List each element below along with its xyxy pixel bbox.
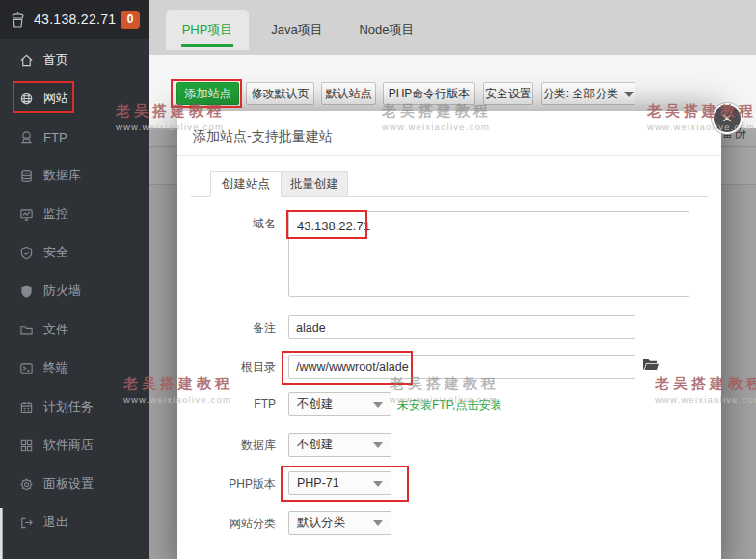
sidebar-item-files[interactable]: 文件 bbox=[0, 310, 149, 349]
screen: 43.138.22.71 0 首页 网站 FTP 数据库 监控 bbox=[0, 0, 756, 559]
site-category-label: 网站分类 bbox=[195, 516, 276, 532]
database-label: 数据库 bbox=[195, 438, 276, 454]
note-label: 备注 bbox=[195, 320, 276, 336]
popup-edge-fragment bbox=[0, 508, 3, 559]
chevron-down-icon bbox=[373, 442, 383, 448]
php-cli-version-button[interactable]: PHP命令行版本 bbox=[383, 82, 475, 105]
calendar-icon bbox=[19, 400, 34, 414]
gear-icon bbox=[19, 477, 34, 492]
sidebar-item-logout[interactable]: 退出 bbox=[0, 503, 149, 542]
php-version-select[interactable]: PHP-71 bbox=[288, 471, 392, 495]
chevron-down-icon bbox=[373, 520, 383, 526]
tab-create-site[interactable]: 创建站点 bbox=[210, 171, 282, 197]
folder-open-icon[interactable] bbox=[642, 358, 660, 372]
domain-label: 域名 bbox=[195, 216, 276, 232]
category-filter-dropdown[interactable]: 分类: 全部分类 bbox=[541, 82, 635, 105]
chevron-down-icon bbox=[373, 402, 383, 408]
tab-php-project[interactable]: PHP项目 bbox=[166, 10, 249, 50]
ftp-label: FTP bbox=[195, 397, 276, 411]
sidebar-item-firewall[interactable]: 防火墙 bbox=[0, 272, 149, 310]
monitor-icon bbox=[19, 207, 34, 222]
logout-icon bbox=[19, 516, 34, 530]
default-site-button[interactable]: 默认站点 bbox=[321, 82, 376, 105]
root-dir-input[interactable] bbox=[288, 355, 635, 379]
appstore-grid-icon bbox=[19, 439, 34, 453]
add-site-modal: 添加站点-支持批量建站 创建站点 批量创建 域名 43.138.22.71 备注… bbox=[177, 111, 721, 559]
sidebar-item-terminal[interactable]: 终端 bbox=[0, 349, 149, 387]
domain-input[interactable]: 43.138.22.71 bbox=[288, 211, 689, 297]
tab-batch-create[interactable]: 批量创建 bbox=[281, 171, 348, 197]
modal-close-button[interactable]: × bbox=[712, 103, 742, 134]
chevron-down-icon bbox=[373, 481, 383, 487]
security-settings-button[interactable]: 安全设置 bbox=[483, 82, 533, 105]
modify-default-page-button[interactable]: 修改默认页 bbox=[246, 82, 314, 105]
shield-check-icon bbox=[19, 246, 34, 260]
site-category-select[interactable]: 默认分类 bbox=[288, 511, 392, 535]
sidebar-item-website[interactable]: 网站 bbox=[0, 79, 149, 118]
add-site-button[interactable]: 添加站点 bbox=[176, 82, 239, 105]
globe-icon bbox=[19, 92, 34, 106]
terminal-icon bbox=[19, 361, 34, 376]
modal-title: 添加站点-支持批量建站 bbox=[193, 128, 333, 146]
sidebar: 43.138.22.71 0 首页 网站 FTP 数据库 监控 bbox=[0, 0, 149, 559]
bt-panel-logo-icon bbox=[10, 11, 26, 29]
sidebar-item-appstore[interactable]: 软件商店 bbox=[0, 426, 149, 465]
message-count-badge[interactable]: 0 bbox=[121, 11, 140, 29]
install-ftp-link[interactable]: 未安装FTP,点击安装 bbox=[397, 397, 501, 413]
sidebar-item-settings[interactable]: 面板设置 bbox=[0, 465, 149, 503]
sidebar-item-database[interactable]: 数据库 bbox=[0, 156, 149, 195]
database-select[interactable]: 不创建 bbox=[288, 433, 392, 457]
database-icon bbox=[19, 169, 34, 183]
note-input[interactable] bbox=[288, 315, 635, 339]
sidebar-item-monitor[interactable]: 监控 bbox=[0, 195, 149, 233]
close-icon: × bbox=[722, 109, 732, 127]
ftp-select[interactable]: 不创建 bbox=[288, 392, 392, 416]
root-dir-label: 根目录 bbox=[195, 359, 276, 376]
active-tab-underline bbox=[181, 44, 233, 47]
sidebar-item-ftp[interactable]: FTP bbox=[0, 118, 149, 156]
sidebar-nav: 首页 网站 FTP 数据库 监控 安全 bbox=[0, 40, 149, 542]
folder-icon bbox=[19, 323, 34, 337]
sidebar-item-security[interactable]: 安全 bbox=[0, 233, 149, 272]
chevron-down-icon bbox=[624, 92, 634, 97]
php-version-label: PHP版本 bbox=[195, 476, 276, 492]
home-icon bbox=[19, 53, 34, 67]
server-ip[interactable]: 43.138.22.71 bbox=[34, 12, 116, 27]
tab-node-project[interactable]: Node项目 bbox=[352, 10, 421, 50]
firewall-shield-icon bbox=[19, 284, 34, 299]
sidebar-item-home[interactable]: 首页 bbox=[0, 40, 149, 79]
divider bbox=[177, 155, 721, 156]
ftp-server-icon bbox=[19, 130, 34, 145]
tab-java-project[interactable]: Java项目 bbox=[265, 10, 329, 50]
project-tabbar: PHP项目 Java项目 Node项目 bbox=[149, 0, 756, 55]
sidebar-header: 43.138.22.71 0 bbox=[0, 0, 149, 39]
sidebar-item-cron[interactable]: 计划任务 bbox=[0, 387, 149, 426]
